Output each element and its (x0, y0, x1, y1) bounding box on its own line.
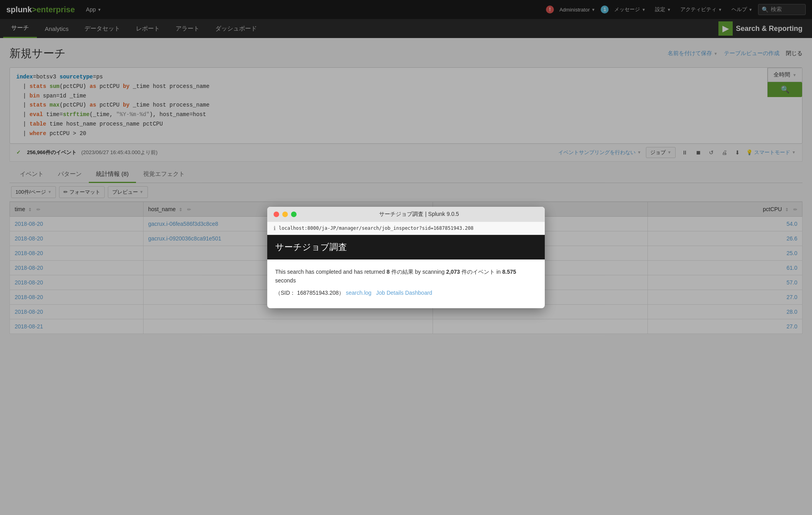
modal-window: サーチジョブ調査 | Splunk 9.0.5 ℹ localhost:8000… (267, 207, 545, 308)
modal-title-text: サーチジョブ調査 | Splunk 9.0.5 (300, 211, 538, 218)
modal-titlebar: サーチジョブ調査 | Splunk 9.0.5 (267, 207, 545, 222)
modal-close-button[interactable] (274, 212, 279, 217)
modal-body-text: This search has completed and has return… (275, 267, 537, 285)
modal-url-bar: ℹ localhost:8000/ja-JP/manager/search/jo… (267, 222, 545, 235)
modal-minimize-button[interactable] (282, 212, 288, 217)
modal-header-bar: サーチジョブ調査 (267, 235, 545, 259)
modal-body: サーチジョブ調査 This search has completed and h… (267, 235, 545, 308)
modal-maximize-button[interactable] (291, 212, 297, 217)
modal-url-text: localhost:8000/ja-JP/manager/search/job_… (279, 225, 473, 231)
job-details-link[interactable]: Job Details Dashboard (376, 290, 433, 296)
search-log-link[interactable]: search.log (346, 290, 372, 296)
modal-body-prefix: This search has completed and has return… (275, 269, 385, 275)
modal-time-value: 8.575 (502, 269, 516, 275)
modal-results-count: 8 (387, 269, 390, 275)
info-icon: ℹ (274, 225, 276, 231)
modal-overlay[interactable]: サーチジョブ調査 | Splunk 9.0.5 ℹ localhost:8000… (0, 0, 812, 342)
modal-header-title: サーチジョブ調査 (275, 241, 537, 253)
modal-sid-value: 1687851943.208） (297, 290, 344, 296)
modal-scanning-text: by scanning (415, 269, 445, 275)
modal-content: This search has completed and has return… (267, 259, 545, 308)
modal-time-unit: seconds (275, 277, 296, 284)
modal-sid-label: （SID： (275, 290, 295, 296)
modal-events-unit: 件のイベント (462, 269, 495, 275)
modal-results-unit: 件の結果 (391, 269, 414, 275)
modal-sid-line: （SID： 1687851943.208） search.log Job Det… (275, 288, 537, 297)
modal-time-text: in (496, 269, 501, 275)
modal-events-count: 2,073 (446, 269, 460, 275)
